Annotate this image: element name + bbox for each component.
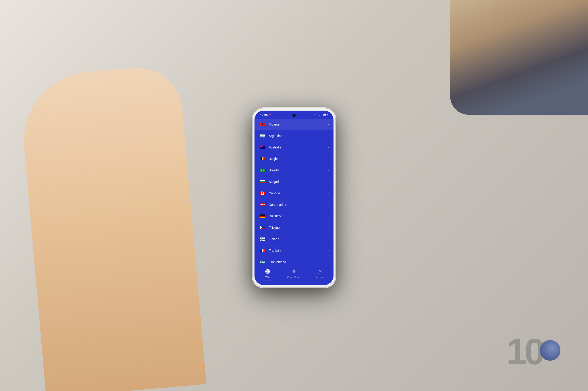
flag-icon: 🇵🇭 xyxy=(259,224,266,231)
nav-label-controltower: ControlTower xyxy=(287,276,301,279)
nav-item-account[interactable]: Account xyxy=(307,268,333,281)
chevron-icon: › xyxy=(327,193,330,194)
chevron-icon: › xyxy=(327,181,330,182)
vpn-icon xyxy=(265,269,270,275)
flag-icon: 🇦🇷 xyxy=(259,132,266,139)
phone-screen: 12:36 📍 xyxy=(255,111,333,285)
country-name: Albanië xyxy=(269,122,328,126)
flag-icon: 🇦🇱 xyxy=(259,121,266,128)
country-item[interactable]: 🇦🇱Albanië› xyxy=(255,119,333,130)
phone: 12:36 📍 xyxy=(253,108,335,287)
flag-icon: 🇧🇬 xyxy=(259,178,266,185)
country-name: Duitsland xyxy=(269,214,328,218)
svg-rect-13 xyxy=(294,272,294,273)
svg-point-14 xyxy=(319,270,321,272)
battery-icon xyxy=(323,113,328,116)
flag-icon: 🇫🇮 xyxy=(259,236,266,243)
watermark-text: 10 xyxy=(506,330,543,373)
svg-rect-2 xyxy=(321,114,321,116)
chevron-icon: › xyxy=(327,158,330,159)
account-icon xyxy=(318,269,323,275)
country-item[interactable]: 🇦🇺Australië› xyxy=(255,142,333,153)
chevron-icon: › xyxy=(327,170,330,171)
watermark-circle xyxy=(540,340,561,361)
country-name: België xyxy=(269,157,328,161)
country-item[interactable]: 🇧🇬Bulgarije› xyxy=(255,176,333,188)
country-name: Frankrijk xyxy=(269,249,328,252)
bottom-nav: VPN ControlTow xyxy=(255,266,333,285)
svg-rect-0 xyxy=(319,115,319,116)
vpn-active-indicator xyxy=(263,280,272,280)
chevron-icon: › xyxy=(327,124,330,125)
camera-notch xyxy=(293,114,295,117)
chevron-icon: › xyxy=(327,227,330,228)
svg-rect-6 xyxy=(327,114,328,115)
country-name: Bulgarije xyxy=(269,180,328,184)
country-item[interactable]: 🇫🇮Finland› xyxy=(255,233,333,245)
chevron-icon: › xyxy=(327,147,330,148)
signal-icon xyxy=(319,113,322,117)
pin-icon: 📍 xyxy=(269,114,271,116)
chevron-icon: › xyxy=(327,216,330,217)
nav-label-vpn: VPN xyxy=(265,276,270,279)
svg-rect-3 xyxy=(321,113,322,116)
chevron-icon: › xyxy=(327,204,330,205)
country-name: Australië xyxy=(269,145,328,149)
time-display: 12:36 xyxy=(260,113,268,117)
flag-icon: 🇦🇺 xyxy=(259,144,266,151)
chevron-icon: › xyxy=(327,262,330,263)
country-item[interactable]: 🇵🇭Filipijnen› xyxy=(255,222,333,233)
flag-icon: 🇨🇦 xyxy=(259,190,266,197)
country-item[interactable]: 🇫🇷Frankrijk› xyxy=(255,245,333,256)
country-name: Brazilië xyxy=(269,168,328,172)
country-item[interactable]: 🇨🇦Canada› xyxy=(255,188,333,199)
country-name: Finland xyxy=(269,237,328,241)
nav-item-vpn[interactable]: VPN xyxy=(255,268,281,281)
country-list: 🇦🇱Albanië›🇦🇷Argentinië›🇦🇺Australië›🇧🇪Bel… xyxy=(255,118,333,266)
nav-label-account: Account xyxy=(316,276,324,279)
chevron-icon: › xyxy=(327,239,330,240)
hand-background xyxy=(18,64,206,391)
status-time: 12:36 📍 xyxy=(260,113,271,117)
chevron-icon: › xyxy=(327,250,330,251)
country-item[interactable]: 🇩🇰Denemarken› xyxy=(255,199,333,210)
svg-rect-1 xyxy=(320,115,320,116)
controltower-icon xyxy=(292,269,296,275)
flag-icon: 🇩🇪 xyxy=(259,213,266,220)
wifi-icon xyxy=(314,113,317,117)
country-item[interactable]: 🇬🇷Griekenland› xyxy=(255,256,333,266)
country-item[interactable]: 🇧🇪België› xyxy=(255,153,333,165)
country-name: Filipijnen xyxy=(269,226,328,229)
country-item[interactable]: 🇧🇷Brazilië› xyxy=(255,165,333,176)
status-icons xyxy=(314,113,328,117)
country-name: Canada xyxy=(269,191,328,195)
flag-icon: 🇩🇰 xyxy=(259,201,266,208)
flag-icon: 🇧🇷 xyxy=(259,167,266,174)
country-name: Denemarken xyxy=(269,203,328,206)
svg-rect-5 xyxy=(324,114,326,116)
chevron-icon: › xyxy=(327,135,330,136)
country-name: Griekenland xyxy=(269,260,328,264)
flag-icon: 🇧🇪 xyxy=(259,155,266,162)
background-books xyxy=(450,0,588,115)
flag-icon: 🇬🇷 xyxy=(259,259,266,266)
flag-icon: 🇫🇷 xyxy=(259,247,266,254)
country-item[interactable]: 🇩🇪Duitsland› xyxy=(255,210,333,222)
phone-wrapper: 12:36 📍 xyxy=(253,108,335,287)
country-name: Argentinië xyxy=(269,134,328,138)
nav-item-controltower[interactable]: ControlTower xyxy=(281,268,307,281)
watermark: 10 xyxy=(506,330,561,373)
country-item[interactable]: 🇦🇷Argentinië› xyxy=(255,130,333,142)
